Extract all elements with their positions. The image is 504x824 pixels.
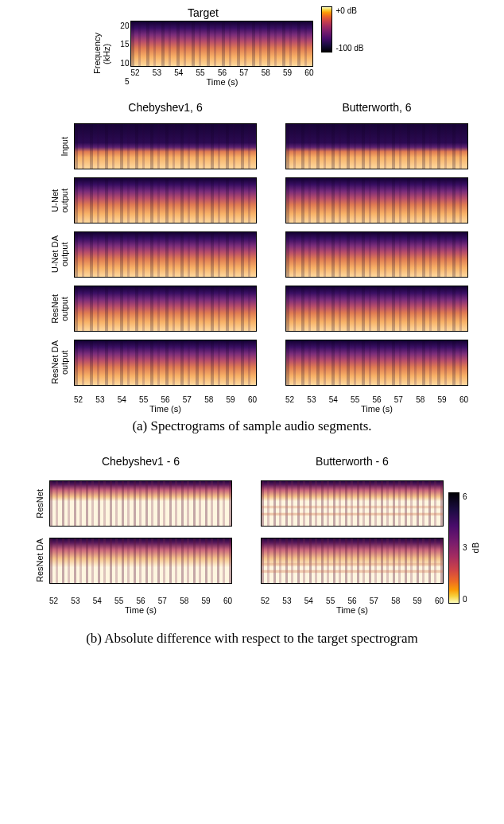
column-title-b-butterworth: Butterworth - 6 bbox=[261, 455, 444, 468]
x-axis-label: Time (s) bbox=[261, 605, 444, 615]
colorbar-tick: -100 dB bbox=[335, 44, 363, 52]
colorbar-gradient bbox=[321, 6, 332, 52]
diff-cheby-resnet bbox=[49, 480, 232, 527]
xtick: 55 bbox=[326, 597, 335, 605]
column-title-b-chebyshev: Chebyshev1 - 6 bbox=[49, 455, 232, 468]
caption-b: (b) Absolute difference with respect to … bbox=[6, 631, 498, 647]
ytick: 20 bbox=[113, 21, 129, 30]
xtick: 54 bbox=[329, 395, 338, 404]
row-label-b-resnet-da: ResNet DA bbox=[35, 538, 45, 582]
xtick: 56 bbox=[136, 597, 145, 605]
xtick: 52 bbox=[261, 597, 269, 605]
xtick: 57 bbox=[183, 395, 192, 404]
xaxis-b-right: 52 53 54 55 56 57 58 59 60 Time (s) bbox=[261, 595, 444, 615]
xtick: 54 bbox=[174, 68, 183, 77]
colorbar-b: 6 3 0 dB bbox=[448, 492, 493, 604]
diff-butter-resnet bbox=[261, 480, 444, 527]
xtick: 52 bbox=[74, 395, 83, 404]
xtick: 57 bbox=[394, 395, 403, 404]
xtick: 55 bbox=[139, 395, 148, 404]
xtick: 54 bbox=[93, 597, 102, 605]
xtick: 60 bbox=[304, 68, 313, 77]
colorbar-tick: 3 bbox=[463, 543, 467, 552]
x-axis-label: Time (s) bbox=[74, 404, 257, 414]
colorbar-tick: 0 bbox=[463, 595, 467, 604]
spec-butter-unet-da bbox=[285, 231, 468, 278]
diff-grid: Chebyshev1 - 6 Butterworth - 6 ResNet 6 … bbox=[6, 455, 498, 626]
xtick: 58 bbox=[180, 597, 188, 605]
x-axis-label: Time (s) bbox=[285, 404, 468, 414]
xtick: 56 bbox=[218, 68, 227, 77]
xtick: 53 bbox=[71, 597, 79, 605]
target-spectrogram-wrap: Target Frequency(kHz) 20 15 10 5 52 53 bbox=[92, 6, 313, 87]
x-axis-ticks: 52 53 54 55 56 57 58 59 60 bbox=[130, 67, 313, 77]
y-axis-label: Frequency(kHz) bbox=[92, 21, 111, 87]
figure-a: Target Frequency(kHz) 20 15 10 5 52 53 bbox=[6, 6, 498, 434]
row-label-unet-da: U-Net DAoutput bbox=[50, 235, 69, 273]
row-label-unet: U-Netoutput bbox=[50, 189, 69, 213]
diff-cheby-resnet-da bbox=[49, 538, 232, 584]
ytick: 5 bbox=[113, 77, 129, 86]
column-title-chebyshev: Chebyshev1, 6 bbox=[74, 101, 257, 114]
colorbar-a: +0 dB -100 dB bbox=[321, 6, 363, 52]
colorbar-tick: +0 dB bbox=[335, 6, 363, 15]
xtick: 57 bbox=[239, 68, 248, 77]
x-axis-label: Time (s) bbox=[49, 605, 232, 615]
ytick: 10 bbox=[113, 59, 129, 68]
figure-b: Chebyshev1 - 6 Butterworth - 6 ResNet 6 … bbox=[6, 455, 498, 647]
spec-butter-resnet bbox=[285, 286, 468, 332]
spec-cheby-unet-da bbox=[74, 231, 257, 278]
colorbar-b-label: dB bbox=[471, 542, 480, 553]
row-label-b-resnet: ResNet bbox=[35, 489, 45, 519]
spec-cheby-resnet bbox=[74, 286, 257, 332]
xtick: 55 bbox=[114, 597, 123, 605]
xtick: 56 bbox=[347, 597, 356, 605]
xtick: 58 bbox=[391, 597, 400, 605]
xtick: 57 bbox=[158, 597, 167, 605]
spec-cheby-resnet-da bbox=[74, 340, 257, 386]
xtick: 52 bbox=[130, 68, 139, 77]
ytick: 15 bbox=[113, 40, 129, 49]
spec-butter-input bbox=[285, 123, 468, 169]
xtick: 56 bbox=[161, 395, 169, 404]
colorbar-b-ticks: 6 3 0 bbox=[463, 492, 467, 604]
xtick: 53 bbox=[282, 597, 291, 605]
xtick: 59 bbox=[413, 597, 422, 605]
xaxis-b-left: 52 53 54 55 56 57 58 59 60 Time (s) bbox=[49, 595, 232, 615]
colorbar-tick: 6 bbox=[463, 492, 467, 501]
xtick: 58 bbox=[262, 68, 270, 77]
row-label-resnet-da: ResNet DAoutput bbox=[50, 340, 69, 384]
xtick: 55 bbox=[196, 68, 205, 77]
y-axis-ticks: 20 15 10 5 bbox=[113, 21, 130, 87]
spec-butter-unet bbox=[285, 177, 468, 223]
target-row: Target Frequency(kHz) 20 15 10 5 52 53 bbox=[6, 6, 498, 87]
xtick: 58 bbox=[204, 395, 213, 404]
xtick: 60 bbox=[435, 597, 444, 605]
xtick: 52 bbox=[49, 597, 58, 605]
xtick: 60 bbox=[223, 597, 232, 605]
xtick: 58 bbox=[416, 395, 425, 404]
xtick: 52 bbox=[285, 395, 294, 404]
column-title-butterworth: Butterworth, 6 bbox=[285, 101, 468, 114]
xtick: 53 bbox=[95, 395, 104, 404]
xtick: 55 bbox=[351, 395, 359, 404]
xtick: 59 bbox=[202, 597, 211, 605]
xtick: 59 bbox=[438, 395, 447, 404]
xaxis-left: 52 53 54 55 56 57 58 59 60 Time (s) bbox=[74, 394, 257, 414]
xtick: 54 bbox=[304, 597, 313, 605]
spectrogram-grid: Chebyshev1, 6 Butterworth, 6 Input U-Net… bbox=[6, 101, 498, 414]
x-axis-label: Time (s) bbox=[130, 77, 313, 87]
caption-a: (a) Spectrograms of sample audio segment… bbox=[6, 418, 498, 434]
xtick: 59 bbox=[227, 395, 235, 404]
xaxis-right: 52 53 54 55 56 57 58 59 60 Time (s) bbox=[285, 394, 468, 414]
xtick: 53 bbox=[153, 68, 161, 77]
xtick: 57 bbox=[370, 597, 378, 605]
spec-cheby-unet bbox=[74, 177, 257, 223]
row-label-resnet: ResNetoutput bbox=[50, 294, 69, 324]
xtick: 59 bbox=[283, 68, 292, 77]
colorbar-ticks: +0 dB -100 dB bbox=[335, 6, 363, 52]
spec-butter-resnet-da bbox=[285, 340, 468, 386]
xtick: 53 bbox=[307, 395, 316, 404]
row-label-input: Input bbox=[60, 137, 69, 156]
xtick: 60 bbox=[459, 395, 468, 404]
